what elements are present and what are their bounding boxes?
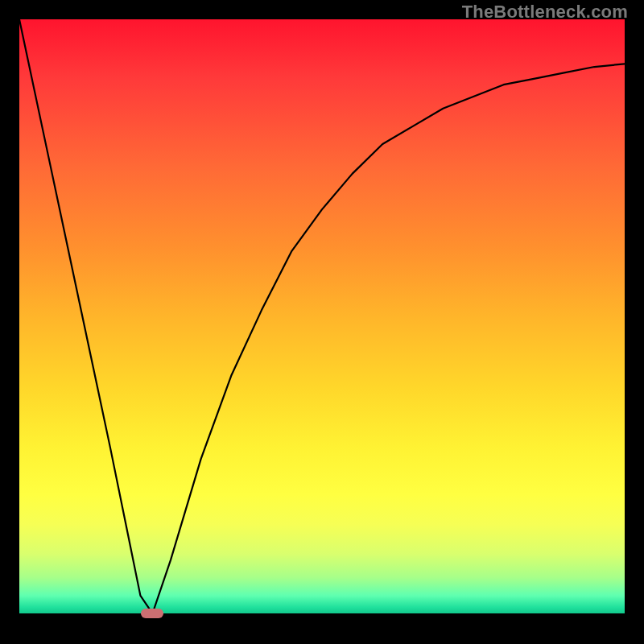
optimal-marker: [141, 609, 163, 618]
chart-frame: TheBottleneck.com: [0, 0, 644, 644]
bottleneck-curve: [19, 19, 625, 613]
curve-layer: [19, 19, 625, 613]
plot-area: [19, 19, 625, 613]
